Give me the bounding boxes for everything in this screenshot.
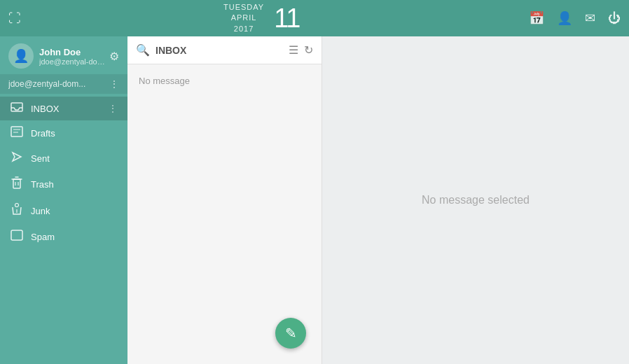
topbar-right: 📅 👤 ✉ ⏻ xyxy=(529,10,621,26)
folder-list: INBOX ⋮ Drafts Sent xyxy=(0,97,127,249)
sidebar-item-junk[interactable]: Junk xyxy=(0,197,127,224)
calendar-icon[interactable]: 📅 xyxy=(529,10,544,26)
trash-label: Trash xyxy=(31,179,118,190)
account-label: jdoe@zentyal-dom... xyxy=(8,79,85,89)
date-text: TUESDAY APRIL 2017 xyxy=(223,2,264,34)
power-icon[interactable]: ⏻ xyxy=(608,11,621,26)
compose-button[interactable]: ✎ xyxy=(275,318,306,349)
svg-rect-3 xyxy=(13,179,20,188)
account-more-icon[interactable]: ⋮ xyxy=(109,78,119,90)
topbar-left: ⛶ xyxy=(8,11,21,26)
svg-point-4 xyxy=(15,204,19,207)
sort-icon[interactable]: ☰ xyxy=(289,43,298,57)
sidebar-item-drafts[interactable]: Drafts xyxy=(0,120,127,146)
user-email: jdoe@zentyal-domain... xyxy=(39,57,109,66)
account-row[interactable]: jdoe@zentyal-dom... ⋮ xyxy=(0,74,127,94)
refresh-icon[interactable]: ↻ xyxy=(304,43,313,57)
date-day: TUESDAY xyxy=(223,2,264,13)
inbox-more-icon[interactable]: ⋮ xyxy=(108,103,118,114)
date-year: 2017 xyxy=(223,24,264,34)
detail-pane: No message selected xyxy=(322,36,629,364)
junk-label: Junk xyxy=(31,206,118,216)
drafts-label: Drafts xyxy=(31,128,118,139)
sidebar-item-sent[interactable]: Sent xyxy=(0,146,127,171)
avatar: 👤 xyxy=(8,43,34,69)
svg-marker-2 xyxy=(13,153,21,161)
junk-icon xyxy=(10,203,24,218)
day-number: 11 xyxy=(274,5,298,31)
search-bar: 🔍 INBOX ☰ ↻ xyxy=(127,36,322,64)
spam-label: Spam xyxy=(31,232,118,242)
sidebar: 👤 John Doe jdoe@zentyal-domain... ⚙ jdoe… xyxy=(0,36,127,364)
sent-icon xyxy=(10,151,24,165)
svg-rect-5 xyxy=(11,230,22,240)
sidebar-item-spam[interactable]: Spam xyxy=(0,224,127,249)
user-name: John Doe xyxy=(39,47,109,57)
spam-icon xyxy=(10,230,24,244)
fullscreen-icon[interactable]: ⛶ xyxy=(8,11,21,26)
search-icon: 🔍 xyxy=(136,43,150,57)
message-list-pane: 🔍 INBOX ☰ ↻ No message ✎ xyxy=(127,36,322,364)
inbox-label: INBOX xyxy=(31,104,101,114)
avatar-icon: 👤 xyxy=(13,48,29,64)
user-info: 👤 John Doe jdoe@zentyal-domain... xyxy=(8,43,109,69)
trash-icon xyxy=(10,176,24,192)
user-details: John Doe jdoe@zentyal-domain... xyxy=(39,47,109,66)
no-message-selected-text: No message selected xyxy=(422,194,530,206)
main: 👤 John Doe jdoe@zentyal-domain... ⚙ jdoe… xyxy=(0,36,629,364)
user-section: 👤 John Doe jdoe@zentyal-domain... ⚙ xyxy=(0,36,127,74)
contacts-icon[interactable]: 👤 xyxy=(557,10,572,26)
sent-label: Sent xyxy=(31,153,118,164)
no-message-text: No message xyxy=(127,64,322,97)
topbar: ⛶ TUESDAY APRIL 2017 11 📅 👤 ✉ ⏻ xyxy=(0,0,629,36)
drafts-icon xyxy=(10,126,24,140)
date-month: APRIL xyxy=(223,13,264,23)
sidebar-item-trash[interactable]: Trash xyxy=(0,171,127,197)
sidebar-item-inbox[interactable]: INBOX ⋮ xyxy=(0,97,127,120)
inbox-title: INBOX xyxy=(155,45,283,56)
settings-icon[interactable]: ⚙ xyxy=(109,50,119,63)
svg-rect-1 xyxy=(11,127,22,136)
compose-icon: ✎ xyxy=(285,325,297,342)
inbox-icon xyxy=(10,102,24,115)
mail-icon[interactable]: ✉ xyxy=(585,10,595,26)
topbar-center: TUESDAY APRIL 2017 11 xyxy=(223,2,298,34)
